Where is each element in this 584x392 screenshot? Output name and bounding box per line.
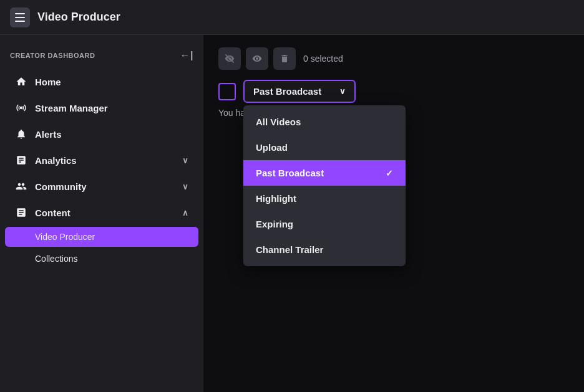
sidebar-item-home[interactable]: Home (5, 69, 198, 94)
hide-button[interactable] (218, 47, 241, 70)
sidebar-item-alerts-label: Alerts (35, 129, 62, 140)
sidebar-collapse-button[interactable]: ←| (180, 50, 193, 61)
menu-button[interactable] (10, 7, 30, 27)
filter-row: Past Broadcast ∨ All Videos Upload Past … (218, 80, 569, 103)
content-icon (15, 206, 27, 219)
sidebar-item-stream-manager-label: Stream Manager (35, 103, 108, 113)
filter-chevron-down-icon: ∨ (339, 87, 346, 96)
sidebar: CREATOR DASHBOARD ←| Home Stream Manager (0, 35, 203, 392)
sidebar-item-stream-manager[interactable]: Stream Manager (5, 95, 198, 120)
sidebar-item-home-label: Home (35, 77, 61, 87)
topbar: Video Producer (0, 0, 584, 35)
select-all-checkbox[interactable] (218, 83, 236, 100)
sidebar-item-analytics-label: Analytics (35, 155, 77, 166)
filter-selected-value: Past Broadcast (253, 86, 321, 97)
sidebar-item-alerts[interactable]: Alerts (5, 122, 198, 146)
sidebar-item-community-label: Community (35, 181, 87, 192)
filter-dropdown-button[interactable]: Past Broadcast ∨ (243, 80, 356, 103)
home-icon (15, 75, 27, 88)
dropdown-item-channel-trailer[interactable]: Channel Trailer (243, 237, 406, 262)
dropdown-item-expiring[interactable]: Expiring (243, 211, 406, 237)
delete-button[interactable] (273, 47, 296, 70)
sidebar-item-content-label: Content (35, 208, 71, 218)
analytics-icon (15, 154, 27, 166)
content-area: 0 selected Past Broadcast ∨ All Videos (203, 35, 584, 392)
sidebar-item-video-producer-label: Video Producer (35, 232, 95, 242)
alerts-icon (15, 128, 27, 140)
sidebar-item-video-producer[interactable]: Video Producer (5, 227, 198, 247)
sidebar-item-collections[interactable]: Collections (5, 249, 198, 269)
sidebar-item-analytics[interactable]: Analytics ∨ (5, 148, 198, 173)
show-button[interactable] (246, 47, 268, 70)
sidebar-section-title: CREATOR DASHBOARD ←| (0, 45, 203, 69)
svg-rect-2 (223, 87, 231, 96)
toolbar: 0 selected (218, 47, 569, 70)
stream-icon (15, 102, 27, 114)
dropdown-item-highlight[interactable]: Highlight (243, 186, 406, 211)
dropdown-item-upload[interactable]: Upload (243, 135, 406, 160)
dropdown-item-all-videos[interactable]: All Videos (243, 109, 406, 135)
community-chevron-icon: ∨ (182, 182, 188, 191)
check-icon: ✓ (386, 168, 393, 178)
analytics-chevron-icon: ∨ (182, 156, 188, 165)
dropdown-item-past-broadcast[interactable]: Past Broadcast ✓ (243, 160, 406, 186)
community-icon (15, 180, 27, 193)
filter-dropdown: Past Broadcast ∨ All Videos Upload Past … (243, 80, 356, 103)
svg-point-0 (20, 107, 23, 110)
sidebar-item-collections-label: Collections (35, 254, 77, 264)
page-title: Video Producer (37, 11, 120, 24)
selected-count: 0 selected (303, 54, 343, 64)
sidebar-item-community[interactable]: Community ∨ (5, 174, 198, 199)
filter-dropdown-menu: All Videos Upload Past Broadcast ✓ Highl… (243, 105, 406, 266)
content-chevron-icon: ∧ (182, 208, 188, 218)
main-layout: CREATOR DASHBOARD ←| Home Stream Manager (0, 35, 584, 392)
sidebar-item-content[interactable]: Content ∧ (5, 200, 198, 225)
